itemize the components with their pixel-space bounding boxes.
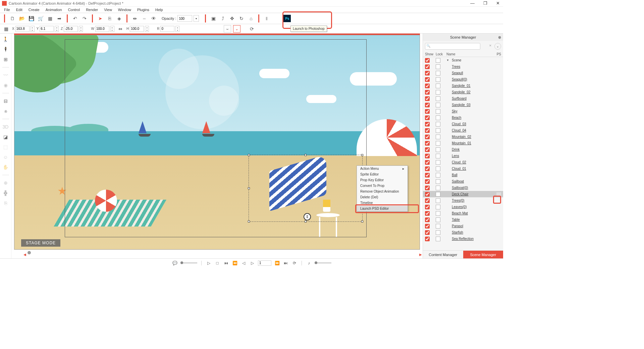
ctx-timeline[interactable]: Timeline bbox=[357, 200, 408, 206]
scene-item-name[interactable]: Sandpile_01 bbox=[452, 84, 501, 88]
show-checkbox[interactable] bbox=[425, 192, 430, 197]
scene-item-name[interactable]: Cloud_04 bbox=[452, 129, 501, 132]
visibility-tool[interactable]: 👁 bbox=[150, 14, 158, 22]
scene-item-name[interactable]: Ball bbox=[452, 173, 501, 177]
w-spinner[interactable]: ▴▾ bbox=[110, 26, 114, 32]
flip-tool[interactable]: ⇹ bbox=[131, 14, 139, 22]
lock-checkbox[interactable] bbox=[436, 154, 440, 158]
redo-button[interactable]: ↷ bbox=[80, 14, 89, 22]
next-frame-button[interactable]: ⏩ bbox=[274, 260, 280, 266]
show-checkbox[interactable] bbox=[425, 160, 430, 165]
scene-item-name[interactable]: Trees(0) bbox=[452, 199, 501, 202]
show-checkbox[interactable] bbox=[425, 103, 430, 107]
scene-item-name[interactable]: Drink bbox=[452, 148, 501, 151]
lock-checkbox[interactable] bbox=[436, 173, 440, 178]
play-button[interactable]: ▷ bbox=[206, 260, 212, 266]
snap-icon[interactable]: ╬ bbox=[2, 189, 9, 197]
scene-row[interactable]: Cloud_02 bbox=[423, 159, 503, 165]
hand-icon[interactable]: ✋ bbox=[2, 163, 9, 171]
expand-icon[interactable]: ▼ bbox=[446, 59, 452, 62]
menu-render[interactable]: Render bbox=[83, 7, 101, 12]
show-checkbox[interactable] bbox=[425, 141, 430, 146]
ctx-action-menu[interactable]: Action Menu▸ bbox=[357, 166, 408, 171]
minimize-button[interactable]: — bbox=[469, 1, 476, 6]
scene-item-name[interactable]: Seagull(0) bbox=[452, 78, 501, 81]
h-spinner[interactable]: ▴▾ bbox=[145, 26, 149, 32]
scene-item-name[interactable]: Sandpile_02 bbox=[452, 90, 501, 94]
lock-checkbox[interactable] bbox=[436, 147, 440, 152]
lock-checkbox[interactable] bbox=[436, 166, 440, 171]
step-back-button[interactable]: ◁ bbox=[240, 260, 247, 266]
scene-item-name[interactable]: Sandpile_03 bbox=[452, 103, 501, 107]
menu-create[interactable]: Create bbox=[26, 7, 42, 12]
scene-row[interactable]: Mountain_01 bbox=[423, 140, 503, 146]
lock-checkbox[interactable] bbox=[436, 71, 440, 76]
lock-checkbox[interactable] bbox=[436, 58, 440, 63]
scene-item-name[interactable]: Mountain_02 bbox=[452, 135, 501, 139]
tab-content-manager[interactable]: Content Manager bbox=[423, 251, 463, 258]
z-input[interactable] bbox=[64, 26, 78, 32]
timeline-strip[interactable]: ◀ ▶ bbox=[25, 250, 420, 256]
last-frame-button[interactable]: ⏭ bbox=[283, 260, 289, 266]
lock-checkbox[interactable] bbox=[436, 192, 440, 197]
show-checkbox[interactable] bbox=[425, 147, 430, 152]
lock-checkbox[interactable] bbox=[436, 198, 440, 203]
3d-icon[interactable]: 3D bbox=[2, 123, 9, 131]
lock-checkbox[interactable] bbox=[436, 230, 440, 235]
scene-row[interactable]: Mountain_02 bbox=[423, 134, 503, 140]
home-tool[interactable]: ⌂ bbox=[247, 14, 255, 22]
scene-item-name[interactable]: Beach Mat bbox=[452, 211, 501, 215]
link-tool[interactable]: ⎓ bbox=[140, 14, 148, 22]
y-spinner[interactable]: ▴▾ bbox=[55, 26, 59, 32]
audio-icon[interactable]: 〰 bbox=[2, 71, 9, 79]
lock-checkbox[interactable] bbox=[436, 205, 440, 209]
show-checkbox[interactable] bbox=[425, 115, 430, 120]
scene-row[interactable]: Beach Mat bbox=[423, 210, 503, 216]
lock-aspect-button[interactable]: ⇔ bbox=[116, 25, 124, 33]
show-checkbox[interactable] bbox=[425, 135, 430, 139]
prev-frame-button[interactable]: ⏪ bbox=[232, 260, 238, 266]
scene-item-name[interactable]: Mountain_01 bbox=[452, 141, 501, 145]
opacity-dropdown[interactable]: ▾ bbox=[194, 15, 199, 22]
step-forward-button[interactable]: ▷ bbox=[249, 260, 255, 266]
record-icon[interactable]: ◉ bbox=[2, 82, 9, 89]
scene-row[interactable]: Cloud_03 bbox=[423, 121, 503, 127]
show-checkbox[interactable] bbox=[425, 77, 430, 82]
zoom-slider[interactable] bbox=[180, 262, 197, 263]
close-button[interactable]: ✕ bbox=[495, 1, 501, 6]
show-checkbox[interactable] bbox=[425, 237, 430, 241]
scene-item-name[interactable]: Leaves(0) bbox=[452, 205, 501, 209]
show-checkbox[interactable] bbox=[425, 154, 430, 158]
show-checkbox[interactable] bbox=[425, 186, 430, 190]
scene-row[interactable]: Trees bbox=[423, 63, 503, 70]
show-checkbox[interactable] bbox=[425, 71, 430, 76]
menu-plugins[interactable]: Plugins bbox=[135, 7, 152, 12]
cart-button[interactable]: 🛒 bbox=[37, 14, 45, 22]
save-button[interactable]: 💾 bbox=[27, 14, 35, 22]
scene-item-name[interactable]: Trees bbox=[452, 65, 501, 68]
scene-row[interactable]: Sailboat bbox=[423, 178, 503, 185]
show-checkbox[interactable] bbox=[425, 224, 430, 229]
scene-filter-button[interactable]: ⌄ bbox=[494, 43, 501, 50]
scene-row[interactable]: Parasol bbox=[423, 223, 503, 229]
transform-tool[interactable]: ⤴ bbox=[219, 14, 227, 22]
scene-row[interactable]: Seagull bbox=[423, 70, 503, 76]
lock-checkbox[interactable] bbox=[436, 128, 440, 133]
scene-row[interactable]: Leaves(0) bbox=[423, 204, 503, 210]
menu-help[interactable]: Help bbox=[153, 7, 166, 12]
r-spinner[interactable]: ▴▾ bbox=[175, 26, 179, 32]
menu-control[interactable]: Control bbox=[65, 7, 83, 12]
show-checkbox[interactable] bbox=[425, 173, 430, 178]
lock-checkbox[interactable] bbox=[436, 109, 440, 114]
pivot-icon[interactable]: ⇕ bbox=[304, 213, 311, 220]
scene-row[interactable]: Cloud_01 bbox=[423, 165, 503, 172]
menu-view[interactable]: View bbox=[101, 7, 115, 12]
scene-row[interactable]: Drink bbox=[423, 146, 503, 153]
scene-row[interactable]: Sky bbox=[423, 108, 503, 114]
ps-indicator[interactable] bbox=[496, 192, 501, 196]
lock-checkbox[interactable] bbox=[436, 160, 440, 165]
export-button[interactable]: ➡ bbox=[55, 14, 63, 22]
photoshop-button[interactable]: Ps bbox=[283, 15, 291, 22]
show-checkbox[interactable] bbox=[425, 96, 430, 101]
scene-item-name[interactable]: Beach bbox=[452, 116, 501, 119]
